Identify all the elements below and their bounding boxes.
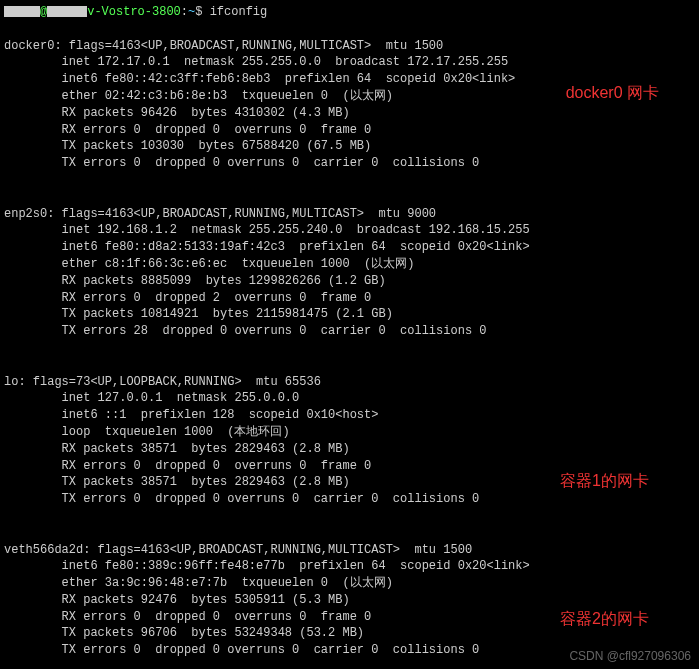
redacted-user [4,6,40,17]
iface-line: TX errors 0 dropped 0 overruns 0 carrier… [4,492,479,506]
iface-line: inet6 ::1 prefixlen 128 scopeid 0x10<hos… [4,408,378,422]
iface-line: TX packets 10814921 bytes 2115981475 (2.… [4,307,393,321]
iface-line: TX packets 96706 bytes 53249348 (53.2 MB… [4,626,364,640]
redacted-host [47,6,87,17]
iface-line: inet 127.0.0.1 netmask 255.0.0.0 [4,391,299,405]
iface-header: veth566da2d: flags=4163<UP,BROADCAST,RUN… [4,543,472,557]
iface-line: ether c8:1f:66:3c:e6:ec txqueuelen 1000 … [4,257,414,271]
iface-line: inet 192.168.1.2 netmask 255.255.240.0 b… [4,223,530,237]
iface-line: inet6 fe80::d8a2:5133:19af:42c3 prefixle… [4,240,530,254]
watermark: CSDN @cfl927096306 [569,648,691,665]
iface-line: inet6 fe80::389c:96ff:fe48:e77b prefixle… [4,559,530,573]
iface-line: TX errors 28 dropped 0 overruns 0 carrie… [4,324,486,338]
iface-line: RX packets 96426 bytes 4310302 (4.3 MB) [4,106,350,120]
iface-line: loop txqueuelen 1000 (本地环回) [4,425,290,439]
iface-line: RX errors 0 dropped 0 overruns 0 frame 0 [4,610,371,624]
iface-line: TX errors 0 dropped 0 overruns 0 carrier… [4,643,479,657]
iface-line: inet6 fe80::42:c3ff:feb6:8eb3 prefixlen … [4,72,515,86]
iface-enp2s0: enp2s0: flags=4163<UP,BROADCAST,RUNNING,… [4,189,695,340]
hostname: v-Vostro-3800 [87,5,181,19]
iface-line: TX packets 103030 bytes 67588420 (67.5 M… [4,139,371,153]
iface-line: ether 02:42:c3:b6:8e:b3 txqueuelen 0 (以太… [4,89,393,103]
iface-line: TX packets 38571 bytes 2829463 (2.8 MB) [4,475,350,489]
iface-line: RX errors 0 dropped 0 overruns 0 frame 0 [4,123,371,137]
iface-header: enp2s0: flags=4163<UP,BROADCAST,RUNNING,… [4,207,436,221]
command-text: ifconfig [210,5,268,19]
at-sign: @ [40,5,47,19]
iface-line: RX packets 92476 bytes 5305911 (5.3 MB) [4,593,350,607]
terminal-prompt[interactable]: @v-Vostro-3800:~$ ifconfig [4,4,695,21]
annotation-docker0: docker0 网卡 [566,82,659,104]
iface-line: RX errors 0 dropped 2 overruns 0 frame 0 [4,291,371,305]
iface-veth1: veth566da2d: flags=4163<UP,BROADCAST,RUN… [4,525,695,659]
iface-line: RX packets 38571 bytes 2829463 (2.8 MB) [4,442,350,456]
iface-line: inet 172.17.0.1 netmask 255.255.0.0 broa… [4,55,508,69]
iface-line: TX errors 0 dropped 0 overruns 0 carrier… [4,156,479,170]
iface-header: docker0: flags=4163<UP,BROADCAST,RUNNING… [4,39,443,53]
annotation-container2: 容器2的网卡 [560,608,649,630]
iface-line: ether 3a:9c:96:48:e7:7b txqueuelen 0 (以太… [4,576,393,590]
iface-header: lo: flags=73<UP,LOOPBACK,RUNNING> mtu 65… [4,375,321,389]
iface-line: RX packets 8885099 bytes 1299826266 (1.2… [4,274,386,288]
iface-line: RX errors 0 dropped 0 overruns 0 frame 0 [4,459,371,473]
annotation-container1: 容器1的网卡 [560,470,649,492]
